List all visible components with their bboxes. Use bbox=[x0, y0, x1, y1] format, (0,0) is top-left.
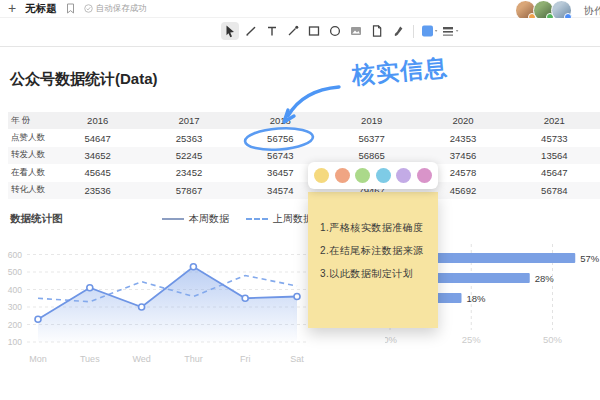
rectangle-tool-icon[interactable] bbox=[305, 22, 323, 40]
table-cell[interactable]: 45645 bbox=[52, 167, 143, 178]
svg-text:Wed: Wed bbox=[132, 354, 150, 364]
legend-item-last-week[interactable]: 上周数据 bbox=[246, 212, 313, 226]
save-status: 自动保存成功 bbox=[84, 3, 147, 15]
table-cell[interactable]: 54647 bbox=[52, 133, 143, 144]
table-header-cell[interactable]: 2020 bbox=[417, 115, 508, 126]
plus-icon[interactable]: + bbox=[8, 1, 16, 15]
palette-color-dot[interactable] bbox=[417, 168, 432, 183]
table-cell[interactable]: 56743 bbox=[235, 150, 326, 161]
bookmark-icon[interactable] bbox=[66, 3, 75, 14]
table-row: 在看人数4564523452364572457845647 bbox=[8, 164, 600, 181]
text-tool-icon[interactable] bbox=[263, 22, 281, 40]
table-cell[interactable]: 57867 bbox=[143, 185, 234, 196]
svg-text:18%: 18% bbox=[467, 293, 487, 304]
palette-color-dot[interactable] bbox=[396, 168, 411, 183]
table-row: 转发人数346525224556743568653745613564 bbox=[8, 147, 600, 164]
save-status-text: 自动保存成功 bbox=[96, 3, 147, 15]
file-tool-icon[interactable] bbox=[368, 22, 386, 40]
table-cell[interactable]: 在看人数 bbox=[8, 167, 52, 179]
svg-text:Mon: Mon bbox=[29, 354, 47, 364]
svg-text:300: 300 bbox=[8, 302, 22, 312]
svg-text:400: 400 bbox=[8, 285, 22, 295]
note-line: 3.以此数据制定计划 bbox=[320, 267, 430, 281]
table-cell[interactable]: 56865 bbox=[326, 150, 417, 161]
table-cell[interactable]: 13564 bbox=[509, 150, 600, 161]
table-cell[interactable]: 56756 bbox=[235, 133, 326, 144]
table-cell[interactable]: 52245 bbox=[143, 150, 234, 161]
table-cell[interactable]: 45647 bbox=[509, 167, 600, 178]
line-chart[interactable]: 100200300400500600MonTuesWedThurFriSat bbox=[0, 238, 312, 370]
svg-text:200: 200 bbox=[8, 320, 22, 330]
table-header-cell[interactable]: 2016 bbox=[52, 115, 143, 126]
fill-color-tool-icon[interactable] bbox=[420, 22, 438, 40]
sticky-note[interactable]: 1.严格核实数据准确度2.在结尾标注数据来源3.以此数据制定计划 bbox=[308, 192, 438, 328]
table-cell[interactable]: 34652 bbox=[52, 150, 143, 161]
table-cell[interactable]: 25363 bbox=[143, 133, 234, 144]
svg-text:0%: 0% bbox=[385, 334, 397, 345]
table-header-cell[interactable]: 2019 bbox=[326, 115, 417, 126]
dashed-line-swatch bbox=[246, 218, 268, 220]
table-cell[interactable]: 23452 bbox=[143, 167, 234, 178]
table-cell[interactable]: 点赞人数 bbox=[8, 132, 52, 144]
note-line: 1.严格核实数据准确度 bbox=[320, 221, 430, 235]
chart-title: 数据统计图 bbox=[10, 212, 63, 226]
table-cell[interactable]: 23536 bbox=[52, 185, 143, 196]
palette-color-dot[interactable] bbox=[314, 168, 329, 183]
table-cell[interactable]: 转化人数 bbox=[8, 184, 52, 196]
handwritten-annotation[interactable]: 核实信息 bbox=[351, 52, 449, 91]
table-cell[interactable]: 24353 bbox=[417, 133, 508, 144]
collaborate-button[interactable]: 协作 bbox=[584, 4, 600, 18]
svg-text:50%: 50% bbox=[543, 334, 563, 345]
check-circle-icon bbox=[84, 4, 93, 13]
palette-color-dot[interactable] bbox=[335, 168, 350, 183]
data-table[interactable]: 年 份201620172018201920202021点赞人数546472536… bbox=[8, 112, 600, 199]
toolbar bbox=[0, 18, 600, 47]
tool-group bbox=[221, 22, 459, 40]
svg-text:Thur: Thur bbox=[184, 354, 203, 364]
chart-legend: 本周数据 上周数据 bbox=[162, 212, 313, 226]
svg-text:500: 500 bbox=[8, 267, 22, 277]
page-title[interactable]: 公众号数据统计(Data) bbox=[10, 70, 158, 89]
note-line: 2.在结尾标注数据来源 bbox=[320, 244, 430, 258]
table-row: 转化人数235365786734574794674569256784 bbox=[8, 182, 600, 199]
legend-item-this-week[interactable]: 本周数据 bbox=[162, 212, 229, 226]
table-cell[interactable]: 转发人数 bbox=[8, 149, 52, 161]
table-cell[interactable]: 56377 bbox=[326, 133, 417, 144]
brush-tool-icon[interactable] bbox=[389, 22, 407, 40]
solid-line-swatch bbox=[162, 218, 184, 220]
palette-color-dot[interactable] bbox=[376, 168, 391, 183]
stroke-style-tool-icon[interactable] bbox=[441, 22, 459, 40]
svg-text:28%: 28% bbox=[535, 273, 555, 284]
connector-tool-icon[interactable] bbox=[284, 22, 302, 40]
table-cell[interactable]: 37456 bbox=[417, 150, 508, 161]
select-tool-icon[interactable] bbox=[221, 22, 239, 40]
legend-label: 本周数据 bbox=[189, 212, 229, 226]
svg-text:Tues: Tues bbox=[80, 354, 100, 364]
table-row: 点赞人数546472536356756563772435345733 bbox=[8, 129, 600, 146]
table-cell[interactable]: 45733 bbox=[509, 133, 600, 144]
toolbar-divider bbox=[413, 25, 414, 38]
palette-color-dot[interactable] bbox=[355, 168, 370, 183]
table-header-cell[interactable]: 2018 bbox=[235, 115, 326, 126]
pen-tool-icon[interactable] bbox=[242, 22, 260, 40]
color-palette-popup bbox=[308, 162, 438, 189]
table-header-cell[interactable]: 2021 bbox=[509, 115, 600, 126]
document-title[interactable]: 无标题 bbox=[25, 2, 57, 16]
table-cell[interactable]: 56784 bbox=[509, 185, 600, 196]
legend-label: 上周数据 bbox=[273, 212, 313, 226]
ellipse-tool-icon[interactable] bbox=[326, 22, 344, 40]
titlebar: + 无标题 自动保存成功 协作 bbox=[0, 0, 600, 18]
table-header-row: 年 份201620172018201920202021 bbox=[8, 112, 600, 129]
svg-text:57%: 57% bbox=[580, 253, 600, 264]
table-header-cell[interactable]: 2017 bbox=[143, 115, 234, 126]
svg-text:25%: 25% bbox=[462, 334, 482, 345]
table-header-cell[interactable]: 年 份 bbox=[8, 115, 52, 127]
svg-text:100: 100 bbox=[8, 337, 22, 347]
image-tool-icon[interactable] bbox=[347, 22, 365, 40]
svg-text:Sat: Sat bbox=[290, 354, 304, 364]
svg-text:600: 600 bbox=[8, 250, 22, 260]
svg-text:Fri: Fri bbox=[240, 354, 251, 364]
